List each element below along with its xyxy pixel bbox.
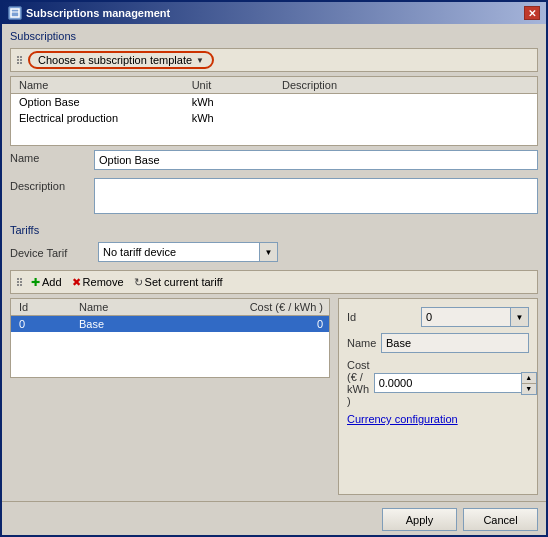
description-label: Description xyxy=(10,178,90,192)
detail-cost-row: Cost (€ / kWh ) ▲ ▼ xyxy=(347,359,529,407)
name-row: Name xyxy=(10,150,538,170)
detail-name-row: Name xyxy=(347,333,529,353)
add-label: Add xyxy=(42,276,62,288)
row-name: Option Base xyxy=(15,95,188,109)
tariff-detail-panel: Id 0 ▼ Name Cost (€ / kWh ) xyxy=(338,298,538,495)
spinner-up-button[interactable]: ▲ xyxy=(522,373,536,383)
tariff-table-header: Id Name Cost (€ / kWh ) xyxy=(11,299,329,316)
tariffs-section-label: Tariffs xyxy=(10,224,538,236)
subscriptions-section-label: Subscriptions xyxy=(10,30,538,42)
tariff-header-id: Id xyxy=(11,301,71,313)
row-description xyxy=(278,95,533,109)
add-icon: ✚ xyxy=(31,276,40,289)
row-unit: kWh xyxy=(188,111,278,125)
subscriptions-management-window: Subscriptions management ✕ Subscriptions… xyxy=(0,0,548,537)
main-content-area: Id Name Cost (€ / kWh ) 0 Base 0 Id xyxy=(10,298,538,495)
name-label: Name xyxy=(10,150,90,164)
subscriptions-toolbar: Choose a subscription template ▼ xyxy=(10,48,538,72)
device-tarif-value: No tariff device xyxy=(99,246,259,258)
tariff-id: 0 xyxy=(11,317,71,331)
window-title: Subscriptions management xyxy=(26,7,170,19)
remove-icon: ✖ xyxy=(72,276,81,289)
set-tariff-button[interactable]: ↻ Set current tariff xyxy=(131,275,226,290)
detail-cost-input[interactable] xyxy=(374,373,521,393)
detail-cost-label: Cost (€ / kWh ) xyxy=(347,359,370,407)
header-unit: Unit xyxy=(188,79,278,91)
tariff-table: Id Name Cost (€ / kWh ) 0 Base 0 xyxy=(10,298,330,378)
detail-name-input[interactable] xyxy=(381,333,529,353)
tariff-cost: 0 xyxy=(239,317,329,331)
detail-id-value: 0 xyxy=(422,311,510,323)
header-name: Name xyxy=(15,79,188,91)
currency-link-row: Currency configuration xyxy=(347,413,529,425)
row-name: Electrical production xyxy=(15,111,188,125)
detail-id-label: Id xyxy=(347,311,417,323)
description-input[interactable] xyxy=(94,178,538,214)
cancel-button[interactable]: Cancel xyxy=(463,508,538,531)
currency-configuration-link[interactable]: Currency configuration xyxy=(347,413,458,425)
device-tarif-dropdown-arrow[interactable]: ▼ xyxy=(259,243,277,261)
title-bar-left: Subscriptions management xyxy=(8,6,170,20)
name-input[interactable] xyxy=(94,150,538,170)
svg-rect-0 xyxy=(11,9,19,17)
detail-id-select[interactable]: 0 ▼ xyxy=(421,307,529,327)
subscriptions-table: Name Unit Description Option Base kWh El… xyxy=(10,76,538,146)
spinner-down-button[interactable]: ▼ xyxy=(522,384,536,394)
table-row[interactable]: Option Base kWh xyxy=(11,94,537,110)
row-unit: kWh xyxy=(188,95,278,109)
description-row: Description xyxy=(10,178,538,214)
spinner-buttons: ▲ ▼ xyxy=(521,372,537,395)
tariff-header-cost: Cost (€ / kWh ) xyxy=(239,301,329,313)
detail-id-row: Id 0 ▼ xyxy=(347,307,529,327)
device-tarif-label: Device Tarif xyxy=(10,245,90,259)
detail-cost-spinner: ▲ ▼ xyxy=(374,372,537,395)
bottom-buttons: Apply Cancel xyxy=(2,501,546,535)
set-tariff-icon: ↻ xyxy=(134,276,143,289)
add-button[interactable]: ✚ Add xyxy=(28,275,65,290)
template-dropdown[interactable]: Choose a subscription template ▼ xyxy=(28,51,214,69)
tariff-drag-handle xyxy=(15,276,24,288)
device-tarif-select[interactable]: No tariff device ▼ xyxy=(98,242,278,262)
device-tarif-row: Device Tarif No tariff device ▼ xyxy=(10,242,538,262)
table-header: Name Unit Description xyxy=(11,77,537,94)
header-description: Description xyxy=(278,79,533,91)
table-row[interactable]: Electrical production kWh xyxy=(11,110,537,126)
window-body: Subscriptions Choose a subscription temp… xyxy=(2,24,546,501)
template-dropdown-text: Choose a subscription template xyxy=(38,54,192,66)
chevron-down-icon: ▼ xyxy=(196,56,204,65)
remove-label: Remove xyxy=(83,276,124,288)
apply-button[interactable]: Apply xyxy=(382,508,457,531)
drag-handle xyxy=(15,54,24,66)
tariff-header-name: Name xyxy=(71,301,239,313)
detail-id-dropdown-arrow[interactable]: ▼ xyxy=(510,308,528,326)
tariff-toolbar: ✚ Add ✖ Remove ↻ Set current tariff xyxy=(10,270,538,294)
window-icon xyxy=(8,6,22,20)
detail-name-label: Name xyxy=(347,337,377,349)
set-tariff-label: Set current tariff xyxy=(145,276,223,288)
remove-button[interactable]: ✖ Remove xyxy=(69,275,127,290)
row-description xyxy=(278,111,533,125)
title-bar: Subscriptions management ✕ xyxy=(2,2,546,24)
tariff-table-area: Id Name Cost (€ / kWh ) 0 Base 0 xyxy=(10,298,330,495)
tariff-name: Base xyxy=(71,317,239,331)
close-button[interactable]: ✕ xyxy=(524,6,540,20)
tariff-row[interactable]: 0 Base 0 xyxy=(11,316,329,332)
